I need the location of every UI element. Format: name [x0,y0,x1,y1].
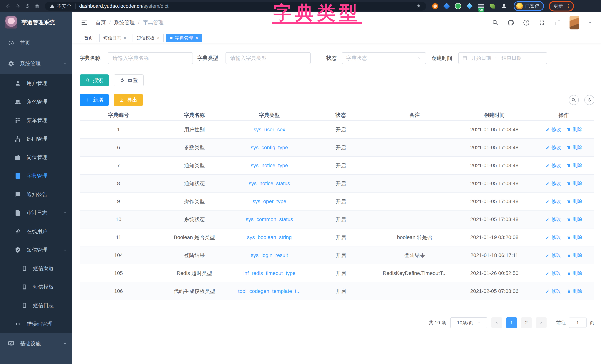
search-icon[interactable] [492,19,499,26]
dict-type-link[interactable]: tool_codegen_template_t... [238,288,301,294]
tab-dictionary[interactable]: 字典管理 × [166,34,202,42]
sidebar-item-sms-channel[interactable]: 短信渠道 [0,259,72,278]
address-bar[interactable]: 不安全 dashboard.yudao.iocoder.cn/system/di… [45,2,426,10]
extension-kite-icon[interactable] [443,3,450,10]
delete-button[interactable]: 删除 [567,162,582,169]
dict-type-link[interactable]: sys_oper_type [252,199,286,204]
dict-type-link[interactable]: sys_user_sex [253,127,285,132]
sidebar-item-users[interactable]: 用户管理 [0,74,72,92]
add-button[interactable]: 新增 [80,94,109,106]
edit-button[interactable]: 修改 [545,270,561,276]
edit-button[interactable]: 修改 [545,216,561,222]
caret-down-icon[interactable] [588,20,592,25]
delete-button[interactable]: 删除 [567,198,582,205]
help-icon[interactable] [523,19,530,26]
sidebar-item-menus[interactable]: 菜单管理 [0,111,72,130]
dict-type-link[interactable]: sys_login_result [251,252,288,258]
calendar-icon [462,56,468,61]
reload-button[interactable] [23,1,32,11]
logo-avatar [5,16,17,29]
sidebar-collapse-icon[interactable] [81,19,88,26]
not-secure-label[interactable]: 不安全 [57,3,71,10]
edit-button[interactable]: 修改 [545,198,561,205]
extension-list-icon[interactable]: on [478,3,484,10]
sidebar-item-sms-template[interactable]: 短信模板 [0,278,72,296]
next-page-button[interactable] [536,317,547,328]
sidebar-item-notices[interactable]: 通知公告 [0,185,72,204]
sidebar-item-departments[interactable]: 部门管理 [0,130,72,148]
edit-button[interactable]: 修改 [545,234,561,241]
browser-menu-icon[interactable] [566,3,571,9]
delete-button[interactable]: 删除 [567,270,582,276]
extension-gem-icon[interactable] [466,3,473,10]
sidebar-item-home[interactable]: 首页 [0,33,72,53]
prev-page-button[interactable] [491,317,502,328]
bookmark-star-icon[interactable] [416,3,421,9]
dict-type-link[interactable]: sys_notice_status [249,181,290,186]
sidebar-item-infrastructure[interactable]: 基础设施 [0,333,72,354]
chevron-down-icon [477,321,481,325]
page-button-1[interactable]: 1 [506,317,517,328]
edit-button[interactable]: 修改 [545,180,561,187]
edit-button[interactable]: 修改 [545,126,561,133]
font-size-icon[interactable] [554,19,561,26]
sidebar-item-error-codes[interactable]: 错误码管理 [0,315,72,333]
edit-button[interactable]: 修改 [545,162,561,169]
tab-home[interactable]: 首页 [80,34,97,42]
delete-button[interactable]: 删除 [567,288,582,294]
dict-type-link[interactable]: sys_config_type [251,145,288,150]
sidebar-item-roles[interactable]: 角色管理 [0,92,72,111]
sidebar-item-sms[interactable]: 短信管理 [0,241,72,259]
refresh-table-button[interactable] [584,95,594,105]
edit-button[interactable]: 修改 [545,288,561,294]
dict-type-link[interactable]: sys_notice_type [251,162,288,168]
delete-button[interactable]: 删除 [567,180,582,187]
forward-button[interactable] [13,1,23,11]
page-size-select[interactable]: 10条/页 [450,317,487,328]
sidebar-item-audit-log[interactable]: 审计日志 [0,204,72,222]
breadcrumb-home[interactable]: 首页 [96,19,106,26]
page-button-2[interactable]: 2 [521,317,532,328]
goto-page-input[interactable] [569,318,587,328]
reset-button[interactable]: 重置 [114,74,144,86]
edit-button[interactable]: 修改 [545,252,561,258]
edit-button[interactable]: 修改 [545,144,561,151]
delete-button[interactable]: 删除 [567,144,582,151]
github-icon[interactable] [507,19,514,26]
status-select[interactable]: 字典状态 [342,52,426,64]
sidebar-item-dictionary[interactable]: 字典管理 [0,167,72,185]
sidebar-item-sms-log[interactable]: 短信日志 [0,296,72,315]
search-button[interactable]: 搜索 [80,74,109,86]
sidebar-item-system[interactable]: 系统管理 [0,53,72,74]
breadcrumb-system[interactable]: 系统管理 [114,19,135,26]
browser-update-button[interactable]: 更新 [549,1,574,11]
dict-type-link[interactable]: inf_redis_timeout_type [243,270,296,276]
extension-target-icon[interactable] [432,3,439,10]
dict-type-link[interactable]: sys_common_status [246,216,293,222]
sidebar-item-posts[interactable]: 岗位管理 [0,148,72,167]
date-range-picker[interactable]: 开始日期 ~ 结束日期 [458,52,547,64]
delete-button[interactable]: 删除 [567,216,582,222]
close-icon[interactable]: × [196,36,198,40]
extension-green-circle-icon[interactable] [455,3,461,10]
tab-sms-template[interactable]: 短信模板 × [133,34,164,42]
delete-button[interactable]: 删除 [567,252,582,258]
delete-button[interactable]: 删除 [567,126,582,133]
home-button[interactable] [32,1,42,11]
back-button[interactable] [3,1,13,11]
delete-button[interactable]: 删除 [567,234,582,241]
close-icon[interactable]: × [157,36,160,40]
toggle-search-button[interactable] [569,95,579,105]
dict-type-input[interactable] [226,52,311,64]
user-avatar[interactable] [570,16,579,30]
dict-type-link[interactable]: sys_boolean_string [247,234,292,240]
close-icon[interactable]: × [124,36,126,40]
fullscreen-icon[interactable] [538,19,545,26]
extension-paused-badge[interactable]: 已暂停 [514,1,544,11]
sidebar-item-online-users[interactable]: 在线用户 [0,222,72,241]
tab-sms-log[interactable]: 短信日志 × [99,34,130,42]
export-button[interactable]: 导出 [114,94,143,106]
extension-leaf-icon[interactable] [489,3,496,10]
dict-name-input[interactable] [108,52,193,64]
extension-person-icon[interactable] [501,3,507,10]
